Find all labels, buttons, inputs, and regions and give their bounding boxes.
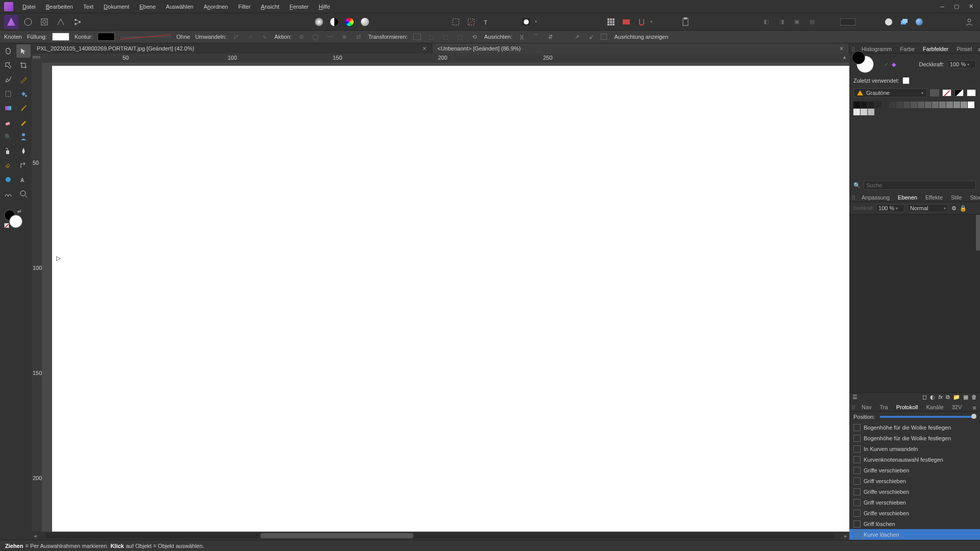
- gradient-tool[interactable]: [1, 102, 15, 115]
- layer-settings-icon[interactable]: ⚙: [951, 205, 957, 212]
- grid-icon[interactable]: [604, 15, 618, 29]
- align-arc-icon[interactable]: ⌒: [531, 32, 541, 41]
- tab-anpassung[interactable]: Anpassung: [860, 193, 892, 202]
- selection-new-icon[interactable]: [449, 15, 462, 29]
- history-item[interactable]: Griffe verschieben: [849, 486, 980, 497]
- selection-text-icon[interactable]: T: [480, 15, 493, 29]
- marquee-tool[interactable]: [1, 87, 15, 101]
- menu-bearbeiten[interactable]: Bearbeiten: [41, 2, 78, 12]
- crop-tool[interactable]: [16, 59, 31, 72]
- swatch-cell[interactable]: [939, 102, 946, 108]
- pen-tool[interactable]: [1, 73, 15, 86]
- menu-datei[interactable]: Datei: [17, 2, 41, 12]
- brush-tool[interactable]: [16, 102, 31, 115]
- tb-stack-icon[interactable]: [897, 15, 911, 29]
- color-wheel-icon[interactable]: [312, 15, 326, 29]
- horizontal-scrollbar[interactable]: ◂ ▸: [32, 532, 849, 540]
- tb-globe-icon[interactable]: [913, 15, 926, 29]
- tab-tra[interactable]: Tra: [878, 403, 890, 411]
- panel-top-menu-icon[interactable]: ≡: [978, 46, 980, 53]
- tab-kanaele[interactable]: Kanäle: [924, 403, 945, 411]
- selection-none-icon[interactable]: [464, 15, 478, 29]
- text-tool[interactable]: A: [16, 173, 31, 186]
- foreground-color-swatch[interactable]: [9, 215, 22, 228]
- transform-box-icon[interactable]: [412, 32, 422, 41]
- menu-ansicht[interactable]: Ansicht: [256, 2, 284, 12]
- swatch-cell[interactable]: [961, 102, 967, 108]
- fill-tool[interactable]: [16, 87, 31, 101]
- tab-pinsel[interactable]: Pinsel: [954, 45, 974, 53]
- align-h-icon[interactable]: )(: [517, 32, 526, 41]
- scroll-right-icon[interactable]: ▸: [842, 533, 849, 539]
- transform-reset-icon[interactable]: ⟲: [470, 32, 479, 41]
- document-tab-2-close-icon[interactable]: ✕: [835, 45, 844, 52]
- tab-ebenen[interactable]: Ebenen: [896, 193, 919, 202]
- mesh-tool[interactable]: [1, 187, 15, 201]
- tab-stile[interactable]: Stile: [949, 193, 964, 202]
- swatch-cell[interactable]: [889, 102, 896, 108]
- hscroll-thumb[interactable]: [260, 533, 413, 538]
- no-color-swatch[interactable]: [4, 223, 9, 228]
- scroll-left-icon[interactable]: ◂: [32, 533, 39, 539]
- tab-effekte[interactable]: Effekte: [923, 193, 945, 202]
- history-item[interactable]: Kurve löschen: [849, 529, 980, 540]
- swatch-cell[interactable]: [946, 102, 953, 108]
- layer-crop-icon[interactable]: ⧉: [946, 394, 950, 400]
- corner-tool[interactable]: [16, 159, 31, 172]
- hand-tool[interactable]: [1, 44, 15, 58]
- palette-select[interactable]: Grautöne ▾: [853, 88, 927, 97]
- node-tool[interactable]: [1, 59, 15, 72]
- search-input[interactable]: [864, 181, 976, 190]
- mask-icon[interactable]: [520, 15, 533, 29]
- swap-colors-icon[interactable]: ⇄: [17, 209, 21, 214]
- drop-tool[interactable]: [16, 144, 31, 158]
- person-tool[interactable]: [16, 130, 31, 143]
- ruler-vscroll-up[interactable]: ▲: [842, 54, 849, 63]
- history-item[interactable]: Griff löschen: [849, 518, 980, 529]
- swatch-cell[interactable]: [903, 102, 910, 108]
- swatch-cell[interactable]: [861, 102, 867, 108]
- stroke-swatch[interactable]: [97, 33, 115, 41]
- tab-farbfelder[interactable]: Farbfelder: [921, 45, 950, 53]
- opacity-input[interactable]: 100 %▾: [947, 60, 976, 68]
- clipboard-icon[interactable]: [679, 15, 692, 29]
- swatch-view-icon[interactable]: [930, 89, 939, 96]
- swatch-cell[interactable]: [875, 102, 881, 108]
- fill-swatch[interactable]: [52, 33, 69, 41]
- menu-fenster[interactable]: Fenster: [284, 2, 313, 12]
- swatch-cell[interactable]: [853, 102, 860, 108]
- show-align-checkbox[interactable]: [601, 34, 607, 40]
- eraser-tool[interactable]: [1, 116, 15, 129]
- swatch-cell[interactable]: [968, 102, 974, 108]
- sphere-icon[interactable]: [358, 15, 372, 29]
- clone-tool[interactable]: [1, 144, 15, 158]
- swatch-cell[interactable]: [896, 102, 903, 108]
- menu-auswaehlen[interactable]: Auswählen: [161, 2, 199, 12]
- layer-fx-icon[interactable]: fx: [938, 394, 943, 400]
- history-item[interactable]: Bogenhöhe für die Wolke festlegen: [849, 422, 980, 433]
- persona-liquify-button[interactable]: [21, 15, 35, 29]
- swatch-cell[interactable]: [925, 102, 932, 108]
- tab-stock[interactable]: Stock: [968, 193, 980, 202]
- swatch-cell[interactable]: [932, 102, 939, 108]
- history-item[interactable]: Griff verschieben: [849, 497, 980, 508]
- bw-icon[interactable]: [328, 15, 341, 29]
- mask-dropdown[interactable]: ▾: [535, 19, 537, 24]
- window-minimize-button[interactable]: ─: [935, 2, 949, 12]
- layers-vscroll-thumb[interactable]: [976, 215, 980, 251]
- history-slider[interactable]: [880, 416, 974, 418]
- layer-lock-icon[interactable]: 🔒: [960, 205, 967, 212]
- swatch-cell[interactable]: [853, 109, 860, 115]
- tab-protokoll[interactable]: Protokoll: [894, 403, 920, 411]
- pencil-tool[interactable]: [16, 73, 31, 86]
- tab-32v[interactable]: 32V: [950, 403, 964, 411]
- swatch-cell[interactable]: [882, 102, 889, 108]
- align-x-icon[interactable]: ↗: [572, 32, 581, 41]
- persona-photo-button[interactable]: [4, 15, 18, 29]
- account-icon[interactable]: [963, 15, 976, 29]
- recent-swatch[interactable]: [902, 77, 910, 84]
- layers-stack-icon[interactable]: ☰: [852, 394, 857, 400]
- snap-dropdown[interactable]: ▾: [650, 19, 652, 24]
- panel-bot-menu-icon[interactable]: ≡: [971, 404, 978, 411]
- eyedropper-icon[interactable]: ⟋: [883, 61, 889, 68]
